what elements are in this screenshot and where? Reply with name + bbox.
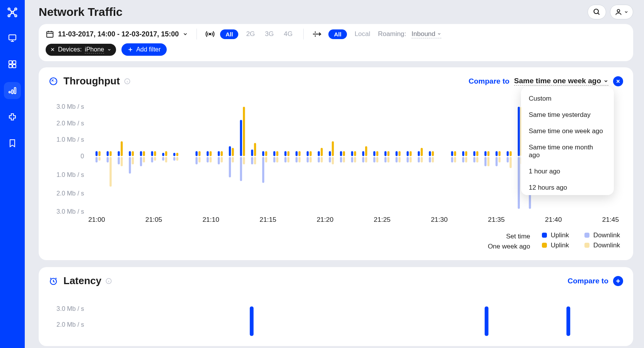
- svg-point-10: [9, 91, 10, 93]
- svg-text:21:25: 21:25: [374, 216, 390, 223]
- svg-rect-121: [340, 157, 342, 162]
- svg-rect-118: [332, 141, 334, 156]
- latency-chart: 3.0 Mb / s2.0 Mb / s: [53, 302, 623, 338]
- user-menu-button[interactable]: [610, 5, 633, 19]
- sidebar-item-extensions[interactable]: [4, 108, 21, 125]
- svg-rect-48: [129, 151, 131, 156]
- legend-week-downlink: Downlink: [584, 242, 620, 249]
- legend-row2-label: One week ago: [488, 242, 530, 252]
- divider: [303, 29, 304, 39]
- svg-rect-117: [329, 157, 331, 162]
- airplane-icon: [312, 30, 323, 38]
- svg-rect-66: [176, 153, 178, 156]
- svg-rect-89: [251, 157, 253, 164]
- roaming-filter-local[interactable]: Local: [352, 30, 373, 38]
- svg-text:21:15: 21:15: [260, 216, 276, 223]
- dropdown-item-12hours[interactable]: 12 hours ago: [521, 180, 612, 191]
- svg-rect-120: [340, 151, 342, 156]
- svg-rect-52: [140, 151, 142, 156]
- svg-rect-125: [351, 157, 353, 162]
- dropdown-item-yesterday[interactable]: Same time yesterday: [521, 107, 612, 123]
- svg-rect-84: [240, 120, 242, 156]
- throughput-title: Throughput: [63, 75, 120, 87]
- svg-rect-139: [387, 157, 389, 162]
- sidebar-item-bookmarks[interactable]: [4, 135, 21, 152]
- latency-compare-add-button[interactable]: [613, 276, 623, 286]
- svg-rect-71: [198, 157, 200, 162]
- network-filter-4g[interactable]: 4G: [282, 30, 295, 38]
- svg-rect-165: [473, 157, 475, 162]
- svg-rect-60: [162, 153, 164, 156]
- svg-rect-179: [509, 157, 511, 168]
- svg-rect-87: [243, 157, 245, 164]
- signal-icon: [205, 29, 215, 39]
- network-filter-all[interactable]: All: [220, 29, 238, 39]
- svg-rect-104: [296, 151, 297, 156]
- search-button[interactable]: [588, 5, 606, 19]
- device-filter-chip[interactable]: Devices: iPhone: [46, 44, 116, 56]
- sidebar-item-analytics[interactable]: [4, 82, 21, 99]
- close-icon: [50, 47, 55, 52]
- svg-rect-42: [109, 151, 111, 156]
- svg-rect-154: [432, 151, 434, 156]
- svg-text:2.0 Mb / s: 2.0 Mb / s: [56, 120, 84, 127]
- network-filter-3g[interactable]: 3G: [263, 30, 276, 38]
- svg-rect-132: [373, 151, 375, 156]
- svg-rect-99: [276, 157, 278, 162]
- dropdown-item-week[interactable]: Same time one week ago: [521, 123, 612, 139]
- add-filter-button[interactable]: Add filter: [121, 43, 167, 56]
- latency-title: Latency: [63, 275, 101, 287]
- svg-rect-49: [129, 157, 131, 173]
- latency-compare-label[interactable]: Compare to: [567, 277, 608, 285]
- device-filter-value: iPhone: [85, 46, 104, 53]
- svg-rect-122: [343, 151, 345, 156]
- date-range-picker[interactable]: 11-03-2017, 14:00 - 12-03-2017, 15:00: [46, 30, 188, 38]
- svg-rect-92: [262, 151, 264, 156]
- compare-to-label[interactable]: Compare to: [469, 77, 510, 86]
- svg-rect-160: [462, 151, 464, 156]
- svg-rect-127: [354, 157, 356, 162]
- svg-rect-112: [318, 151, 319, 156]
- app-logo-icon: [5, 5, 20, 20]
- svg-rect-64: [173, 153, 175, 156]
- dropdown-item-1hour[interactable]: 1 hour ago: [521, 163, 612, 180]
- svg-rect-130: [365, 146, 367, 156]
- chevron-down-icon: [437, 32, 441, 36]
- svg-rect-36: [96, 151, 97, 156]
- sidebar-item-apps[interactable]: [4, 56, 21, 73]
- compare-close-button[interactable]: [613, 76, 623, 86]
- legend-row1-label: Set time: [488, 231, 530, 242]
- dropdown-item-custom[interactable]: Custom: [521, 91, 612, 107]
- svg-rect-46: [121, 141, 123, 156]
- svg-rect-175: [499, 157, 501, 162]
- roaming-filter-all[interactable]: All: [328, 29, 347, 39]
- svg-text:21:20: 21:20: [317, 216, 333, 223]
- roaming-value-dropdown[interactable]: Inbound: [412, 30, 441, 38]
- network-filter-2g[interactable]: 2G: [244, 30, 257, 38]
- sidebar-item-dashboard[interactable]: [4, 29, 21, 46]
- svg-rect-217: [485, 307, 489, 336]
- chevron-down-icon: [624, 10, 629, 14]
- svg-point-1: [15, 8, 17, 10]
- svg-rect-115: [321, 157, 323, 162]
- svg-rect-105: [296, 157, 297, 162]
- info-icon[interactable]: [105, 278, 112, 285]
- plus-icon: [615, 278, 621, 284]
- throughput-legend: Set time One week ago Uplink Downlink Up…: [49, 231, 623, 252]
- svg-rect-141: [396, 157, 398, 162]
- svg-rect-77: [218, 157, 220, 164]
- svg-rect-124: [351, 151, 353, 156]
- chevron-down-icon: [183, 31, 188, 37]
- svg-rect-44: [118, 151, 120, 156]
- svg-rect-93: [262, 157, 264, 183]
- svg-rect-43: [109, 157, 111, 187]
- dropdown-item-month[interactable]: Same time one month ago: [521, 139, 612, 163]
- svg-rect-91: [254, 157, 256, 164]
- info-icon[interactable]: [124, 78, 131, 85]
- svg-text:21:35: 21:35: [488, 216, 505, 223]
- svg-rect-40: [107, 151, 109, 156]
- svg-rect-147: [410, 157, 412, 162]
- compare-to-dropdown[interactable]: Same time one week ago: [514, 77, 608, 86]
- svg-rect-113: [318, 157, 319, 162]
- svg-rect-152: [429, 151, 431, 156]
